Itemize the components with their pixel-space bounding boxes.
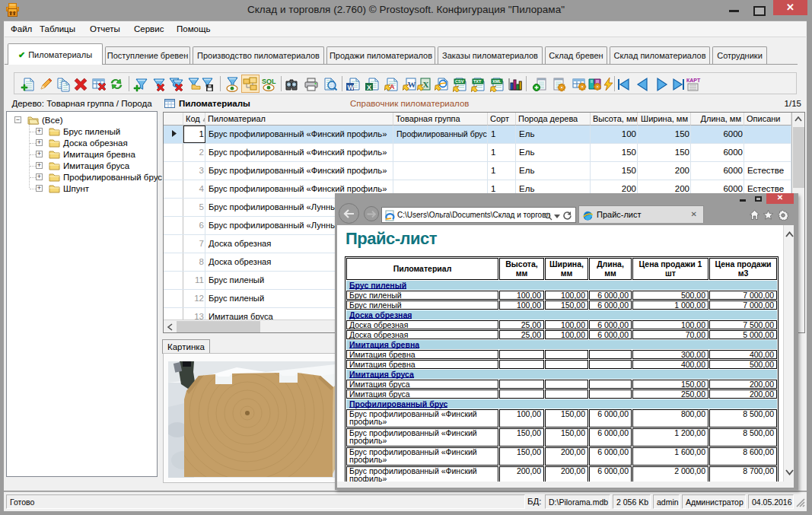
svg-text:W: W [348,84,355,91]
svg-text:X: X [367,84,371,91]
svg-text:X: X [423,80,429,89]
svg-text:XML: XML [492,79,502,84]
svg-text:TXT: TXT [473,79,482,84]
svg-text:CSV: CSV [455,79,464,84]
svg-text:КАРТ: КАРТ [686,78,701,83]
svg-text:A: A [390,83,395,91]
